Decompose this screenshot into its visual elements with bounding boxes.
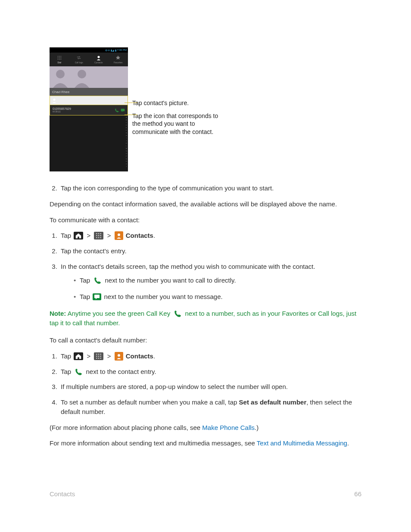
alpha-index: ABCDEFGHIJKLMNOPQRST	[126, 116, 127, 168]
contact-picture-row	[50, 66, 128, 88]
home-icon	[74, 232, 83, 240]
contacts-icon	[115, 231, 123, 240]
link-make-phone-calls[interactable]: Make Phone Calls	[202, 424, 255, 431]
contacts-label: Contacts	[126, 232, 153, 239]
para-to-communicate: To communicate with a contact:	[50, 215, 361, 225]
step-2: Tap the icon corresponding to the type o…	[59, 184, 361, 193]
contacts-label: Contacts	[126, 352, 153, 360]
phone-icon	[93, 277, 102, 284]
apps-grid-icon	[94, 352, 103, 360]
footer-section: Contacts	[50, 490, 75, 498]
para-more-calls: (For more information about placing phon…	[50, 423, 361, 432]
call-icon	[115, 108, 119, 112]
call-key-icon	[173, 310, 182, 317]
status-time: 7:00 PM	[117, 49, 127, 51]
tab-dial: Dial	[50, 53, 69, 66]
default-step-4: To set a number as default number when y…	[59, 398, 361, 417]
callouts: Tap contact's picture. Tap the icon that…	[132, 47, 218, 136]
apps-grid-icon	[94, 232, 103, 240]
contact-number: 01055857829	[53, 107, 113, 110]
callout-2: Tap the icon that corresponds to the met…	[132, 112, 218, 136]
comm-step-1: Tap > > Contacts.	[59, 231, 361, 240]
comm-bullet-message: Tap next to the number you want to messa…	[74, 292, 361, 302]
phone-tabs: Dial Call logs Contacts Favorites	[50, 53, 128, 66]
list-communicate: Tap > > Contacts. Tap the contact's entr…	[50, 231, 361, 301]
page-footer: Contacts 66	[50, 490, 361, 498]
comm-step-3: In the contact's details screen, tap the…	[59, 262, 361, 301]
top-list-cont: Tap the icon corresponding to the type o…	[50, 184, 361, 193]
contact-number-row: 01055857829 MOBILE	[50, 105, 128, 115]
tab-favorites: Favorites	[109, 53, 128, 66]
message-icon	[121, 108, 125, 112]
comm-step-2: Tap the contact's entry.	[59, 246, 361, 256]
tab-contacts: Contacts	[89, 53, 109, 66]
note: Note: Anytime you see the green Call Key…	[50, 309, 361, 328]
contact-number-label: MOBILE	[53, 110, 113, 113]
para-default-number: To call a contact's default number:	[50, 336, 361, 345]
callout-1: Tap contact's picture.	[132, 99, 218, 107]
list-default: Tap > > Contacts. Tap next to the contac…	[50, 352, 361, 417]
footer-page-number: 66	[354, 490, 361, 498]
screenshot-figure: ⚙ ✉ ▮◢ ▮ 7:00 PM Dial Call logs Contacts…	[50, 47, 361, 171]
phone-mockup: ⚙ ✉ ▮◢ ▮ 7:00 PM Dial Call logs Contacts…	[50, 47, 128, 171]
default-step-1: Tap > > Contacts.	[59, 352, 361, 361]
default-step-2: Tap next to the contact entry.	[59, 367, 361, 376]
phone-icon	[74, 368, 83, 376]
contact-name: Chad Rhee	[50, 88, 128, 96]
default-step-3: If multiple numbers are stored, a pop-up…	[59, 382, 361, 392]
status-icons: ⚙ ✉ ▮◢ ▮	[105, 49, 116, 52]
home-icon	[74, 352, 83, 360]
link-text-mms[interactable]: Text and Multimedia Messaging	[257, 439, 347, 447]
page: ⚙ ✉ ▮◢ ▮ 7:00 PM Dial Call logs Contacts…	[0, 0, 411, 532]
comm-bullet-call: Tap next to the number you want to call …	[74, 276, 361, 285]
contact-quick-icon	[50, 96, 128, 105]
tab-calllogs: Call logs	[69, 53, 89, 66]
para-more-messaging: For more information about sending text …	[50, 439, 361, 448]
note-label: Note:	[50, 310, 66, 317]
contacts-icon	[115, 352, 123, 361]
para-depending: Depending on the contact information sav…	[50, 199, 361, 209]
message-icon	[93, 293, 101, 300]
status-bar: ⚙ ✉ ▮◢ ▮ 7:00 PM	[50, 47, 128, 53]
